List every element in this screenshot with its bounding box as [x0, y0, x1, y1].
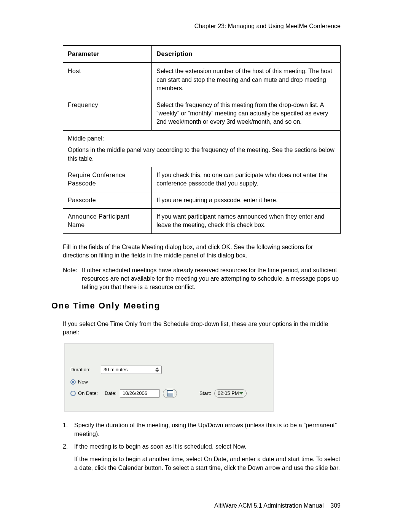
- duration-stepper[interactable]: 30 minutes: [101, 366, 162, 374]
- desc-cell: If you check this, no one can participat…: [152, 167, 341, 192]
- date-field[interactable]: 10/26/2006: [120, 389, 160, 398]
- radio-on-date[interactable]: [70, 391, 76, 396]
- list-number: 1.: [63, 421, 74, 438]
- chevron-down-icon: [239, 392, 243, 395]
- note-body: If other scheduled meetings have already…: [82, 266, 341, 292]
- subheading-one-time: One Time Only Meeting: [51, 301, 341, 311]
- start-time-dropdown[interactable]: 02:05 PM: [214, 389, 247, 398]
- list-item: 2. If the meeting is to begin as soon as…: [63, 442, 341, 451]
- desc-cell: Select the frequency of this meeting fro…: [152, 97, 341, 130]
- page-footer: AltiWare ACM 5.1 Administration Manual 3…: [214, 502, 341, 509]
- footer-title: AltiWare ACM 5.1 Administration Manual: [214, 502, 324, 509]
- param-cell: Host: [63, 63, 152, 97]
- radio-now-label: Now: [78, 379, 88, 385]
- chapter-header: Chapter 23: Managing and Using MeetMe Co…: [63, 23, 341, 30]
- stepper-arrows-icon[interactable]: [155, 367, 159, 372]
- one-time-panel-screenshot: Duration: 30 minutes Now On Date: Date:: [64, 343, 274, 412]
- calendar-button[interactable]: [163, 389, 177, 398]
- table-row-middle-note: Middle panel: Options in the middle pane…: [63, 130, 341, 167]
- table-row: Frequency Select the frequency of this m…: [63, 97, 341, 130]
- note-label: Note:: [63, 266, 82, 292]
- param-cell: Passcode: [63, 192, 152, 208]
- param-cell: Require Conference Passcode: [63, 167, 152, 192]
- table-row: Announce Participant Name If you want pa…: [63, 209, 341, 234]
- body-paragraph: Fill in the fields of the Create Meeting…: [63, 243, 341, 260]
- start-time-value: 02:05 PM: [218, 390, 239, 396]
- list-item: 1. Specify the duration of the meeting, …: [63, 421, 341, 438]
- list-continuation: If the meeting is to begin at another ti…: [74, 455, 341, 472]
- param-cell: Frequency: [63, 97, 152, 130]
- parameter-table: Parameter Description Host Select the ex…: [63, 45, 341, 234]
- list-text: If the meeting is to begin as soon as it…: [74, 442, 341, 451]
- date-value: 10/26/2006: [123, 390, 147, 396]
- radio-on-date-label: On Date:: [78, 390, 105, 396]
- middle-panel-body: Options in the middle panel vary accordi…: [68, 146, 336, 163]
- date-label: Date:: [105, 390, 120, 396]
- numbered-list: 1. Specify the duration of the meeting, …: [63, 421, 341, 473]
- note-block: Note: If other scheduled meetings have a…: [63, 266, 341, 292]
- desc-cell: Select the extension number of the host …: [152, 63, 341, 97]
- duration-value: 30 minutes: [104, 367, 128, 372]
- th-parameter: Parameter: [63, 46, 152, 63]
- footer-page-number: 309: [330, 502, 341, 509]
- table-row: Passcode If you are requiring a passcode…: [63, 192, 341, 208]
- th-description: Description: [152, 46, 341, 63]
- param-cell: Announce Participant Name: [63, 209, 152, 234]
- table-row: Host Select the extension number of the …: [63, 63, 341, 97]
- desc-cell: If you are requiring a passcode, enter i…: [152, 192, 341, 208]
- desc-cell: If you want participant names announced …: [152, 209, 341, 234]
- table-row: Require Conference Passcode If you check…: [63, 167, 341, 192]
- calendar-icon: [167, 390, 173, 396]
- duration-label: Duration:: [70, 367, 101, 372]
- list-number: 2.: [63, 442, 74, 451]
- subheading-paragraph: If you select One Time Only from the Sch…: [63, 320, 341, 337]
- middle-panel-title: Middle panel:: [68, 134, 336, 143]
- start-label: Start:: [196, 390, 211, 396]
- radio-now[interactable]: [70, 379, 76, 385]
- list-text: Specify the duration of the meeting, usi…: [74, 421, 341, 438]
